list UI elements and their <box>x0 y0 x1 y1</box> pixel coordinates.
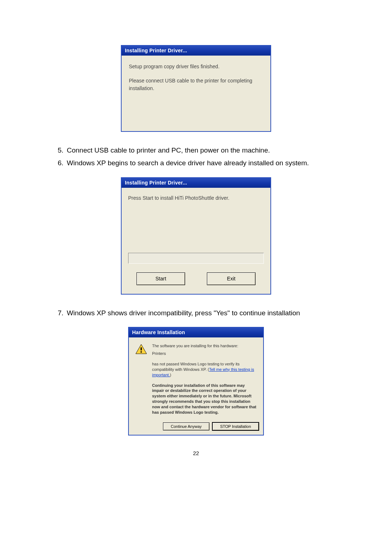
hw-line1: The software you are installing for this… <box>152 343 257 349</box>
svg-point-2 <box>140 351 142 353</box>
dialog-text-block: The software you are installing for this… <box>152 343 257 415</box>
dialog-body: The software you are installing for this… <box>129 337 263 420</box>
dialog-hardware-installation: Hardware Installation The software you a… <box>128 327 264 435</box>
continue-anyway-button[interactable]: Continue Anyway <box>163 422 209 430</box>
dialog-titlebar: Installing Printer Driver... <box>122 178 270 188</box>
hw-line3: has not passed Windows Logo testing to v… <box>152 361 257 378</box>
warning-icon <box>135 344 147 354</box>
list-item: Windows XP begins to search a device dri… <box>65 158 345 168</box>
dialog-titlebar: Hardware Installation <box>129 328 263 337</box>
svg-rect-1 <box>140 347 142 351</box>
dialog-titlebar: Installing Printer Driver... <box>122 46 270 56</box>
figure-dialog-hardware-installation: Hardware Installation The software you a… <box>47 327 345 435</box>
instruction-list: Connect USB cable to printer and PC, the… <box>47 145 345 169</box>
dialog-button-row: Continue Anyway STOP Installation <box>129 420 263 435</box>
list-item: Connect USB cable to printer and PC, the… <box>65 145 345 155</box>
dialog-installing-driver-finished: Installing Printer Driver... Setup progr… <box>121 45 271 132</box>
dialog-body: Setup program copy driver files finished… <box>122 56 270 131</box>
start-button[interactable]: Start <box>136 272 185 285</box>
dialog-text: Press Start to install HiTi PhotoShuttle… <box>128 194 264 202</box>
stop-installation-button[interactable]: STOP Installation <box>212 422 259 430</box>
hw-line2: Printers <box>152 351 257 356</box>
dialog-button-row: Start Exit <box>128 272 264 285</box>
exit-button[interactable]: Exit <box>207 272 256 285</box>
progress-placeholder <box>128 253 264 264</box>
hw-line3b: ) <box>170 373 171 377</box>
dialog-press-start: Installing Printer Driver... Press Start… <box>121 177 271 295</box>
figure-dialog-copy-finished: Installing Printer Driver... Setup progr… <box>47 45 345 132</box>
figure-dialog-press-start: Installing Printer Driver... Press Start… <box>47 177 345 295</box>
instruction-list-cont: Windows XP shows driver incompatibility,… <box>47 308 345 318</box>
dialog-body: Press Start to install HiTi PhotoShuttle… <box>122 188 270 294</box>
hw-warning-bold: Continuing your installation of this sof… <box>152 383 257 415</box>
dialog-text-line1: Setup program copy driver files finished… <box>129 63 263 70</box>
document-page: Installing Printer Driver... Setup progr… <box>0 0 392 478</box>
list-item: Windows XP shows driver incompatibility,… <box>65 308 345 318</box>
page-number: 22 <box>47 450 345 456</box>
dialog-text-line2: Please connect USB cable to the printer … <box>129 77 263 92</box>
